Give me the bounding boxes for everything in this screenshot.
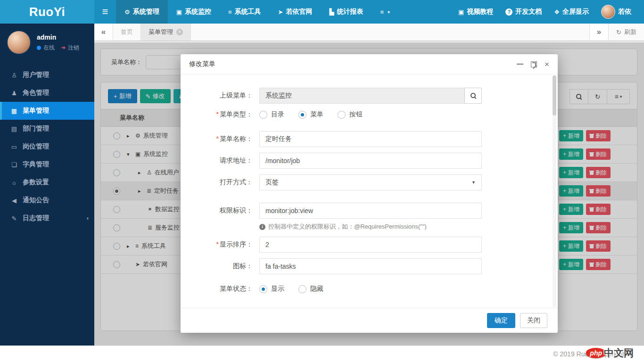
close-icon[interactable]: × — [176, 29, 183, 35]
nav-item-report[interactable]: ▙ 统计报表 — [321, 0, 372, 24]
nav-label: 系统工具 — [235, 8, 261, 16]
gear-icon: ☼ — [10, 179, 18, 186]
radio-label: 按钮 — [349, 110, 363, 119]
nav-item-official-site[interactable]: ➤ 若依官网 — [270, 0, 321, 24]
bookmark-icon: ❏ — [10, 161, 18, 168]
nav-more-dropdown[interactable]: ≡ ▾ — [372, 0, 398, 24]
form-row-url: 请求地址： — [207, 153, 534, 169]
tab-home[interactable]: 首页 — [113, 24, 141, 41]
sidebar-item-label: 角色管理 — [23, 89, 49, 97]
request-url-input[interactable] — [259, 153, 482, 169]
sidebar-item-label: 参数设置 — [23, 178, 49, 187]
avatar — [601, 5, 615, 19]
modal-scrollbar[interactable] — [553, 75, 556, 307]
field-label: 菜单名称： — [220, 135, 253, 142]
top-navbar: RuoYi ≡ ⚙ 系统管理 ▣ 系统监控 ≡ 系统工具 ➤ 若依官网 ▙ 统计… — [0, 0, 644, 24]
field-label: 打开方式： — [207, 178, 259, 187]
sidebar: admin 在线 ➜ 注销 ♙ 用户管理 ♟ 角色管理 ▦ 菜单管理 ▤ 部门管… — [0, 24, 94, 346]
help-label: 控制器中定义的权限标识，如：@RequiresPermissions("") — [268, 222, 427, 231]
watermark-cn-text: 中文网 — [604, 346, 634, 360]
minimize-icon[interactable] — [517, 64, 523, 65]
order-input[interactable] — [259, 237, 482, 253]
nav-item-system-manage[interactable]: ⚙ 系统管理 — [116, 0, 168, 24]
tabs-scroll-right-button[interactable]: » — [589, 24, 608, 41]
list-icon: ≡ — [380, 8, 384, 16]
form-row-parent: 上级菜单： — [207, 88, 534, 104]
tabs-scroll-left-button[interactable]: « — [94, 24, 113, 41]
confirm-button[interactable]: 确定 — [487, 313, 515, 328]
radio-visible-show-checked[interactable] — [259, 285, 267, 293]
bullhorn-icon: ◀ — [10, 197, 18, 204]
sidebar-toggle-icon[interactable]: ≡ — [94, 0, 116, 24]
sidebar-item-roles[interactable]: ♟ 角色管理 — [0, 84, 94, 102]
sidebar-item-label: 部门管理 — [23, 124, 49, 133]
nav-item-video-tutorial[interactable]: ▣ 视频教程 — [452, 0, 499, 24]
dept-icon: ▤ — [10, 125, 18, 132]
form-row-icon: 图标： — [207, 258, 534, 274]
avatar[interactable] — [7, 30, 31, 55]
radio-type-directory[interactable] — [259, 111, 267, 119]
field-label: 菜单类型： — [220, 110, 253, 118]
online-status: 在线 — [43, 44, 55, 52]
radio-type-button[interactable] — [338, 111, 346, 119]
fullscreen-icon: ❖ — [554, 8, 560, 16]
perms-help-text: i 控制器中定义的权限标识，如：@RequiresPermissions("") — [259, 222, 482, 231]
scrollbar-thumb[interactable] — [553, 75, 556, 115]
radio-type-menu-checked[interactable] — [298, 111, 306, 119]
maximize-icon[interactable] — [531, 61, 537, 67]
nav-item-system-tools[interactable]: ≡ 系统工具 — [220, 0, 270, 24]
refresh-label: 刷新 — [624, 28, 636, 36]
parent-menu-picker-button[interactable] — [464, 88, 482, 104]
page-footer: © 2019 RuoYi Copyright — [0, 346, 644, 362]
refresh-tab-button[interactable]: ↻ 刷新 — [608, 24, 644, 41]
form-row-name: *菜单名称： — [207, 131, 534, 147]
sidebar-item-departments[interactable]: ▤ 部门管理 — [0, 120, 94, 138]
menu-name-input[interactable] — [259, 131, 482, 147]
user-menu[interactable]: 若依 — [595, 0, 637, 24]
tab-menu-manage[interactable]: 菜单管理 × — [141, 24, 191, 41]
close-button[interactable]: 关闭 — [520, 313, 547, 328]
chevron-left-icon[interactable]: ‹ — [87, 215, 89, 222]
chevron-down-icon: ▾ — [388, 9, 390, 15]
sidebar-user-panel: admin 在线 ➜ 注销 — [0, 24, 94, 59]
gear-icon: ⚙ — [124, 8, 130, 16]
parent-menu-input[interactable] — [259, 88, 464, 104]
sidebar-item-menus[interactable]: ▦ 菜单管理 — [0, 102, 94, 120]
perms-input[interactable] — [259, 203, 482, 219]
nav-item-fullscreen[interactable]: ❖ 全屏显示 — [548, 0, 595, 24]
modal-body: 上级菜单： *菜单类型： 目录 菜单 按钮 *菜单名称： — [181, 74, 558, 308]
nav-label: 开发文档 — [515, 8, 542, 16]
icon-input[interactable] — [259, 258, 482, 274]
modal-title: 修改菜单 — [189, 60, 215, 68]
nav-item-dev-docs[interactable]: ? 开发文档 — [499, 0, 548, 24]
role-icon: ♟ — [10, 90, 18, 97]
info-icon: i — [259, 224, 265, 230]
sidebar-item-params[interactable]: ☼ 参数设置 — [0, 173, 94, 191]
id-card-icon: ▭ — [10, 143, 18, 150]
nav-item-system-monitor[interactable]: ▣ 系统监控 — [168, 0, 220, 24]
sidebar-item-dicts[interactable]: ❏ 字典管理 — [0, 156, 94, 173]
nav-label: 全屏显示 — [562, 8, 589, 16]
radio-visible-hide[interactable] — [298, 285, 306, 293]
sidebar-item-users[interactable]: ♙ 用户管理 — [0, 66, 94, 84]
question-icon: ? — [505, 8, 512, 16]
sidebar-item-label: 日志管理 — [23, 214, 49, 222]
form-row-type: *菜单类型： 目录 菜单 按钮 — [207, 109, 534, 120]
sidebar-item-logs[interactable]: ✎ 日志管理 ‹ — [0, 209, 94, 227]
tab-bar: « 首页 菜单管理 × » ↻ 刷新 — [94, 24, 644, 41]
modal-header[interactable]: 修改菜单 × — [181, 54, 558, 74]
search-icon — [470, 92, 477, 99]
required-asterisk: * — [216, 135, 219, 142]
sidebar-item-notices[interactable]: ◀ 通知公告 — [0, 191, 94, 209]
app-logo[interactable]: RuoYi — [0, 0, 94, 24]
sidebar-item-posts[interactable]: ▭ 岗位管理 — [0, 138, 94, 156]
field-label: 权限标识： — [207, 206, 259, 215]
open-mode-select[interactable]: 页签 ▼ — [259, 174, 482, 190]
required-asterisk: * — [216, 110, 219, 118]
close-icon[interactable]: × — [545, 60, 549, 68]
sidebar-item-label: 用户管理 — [23, 71, 49, 79]
nav-label: 系统管理 — [133, 8, 159, 16]
refresh-icon: ↻ — [616, 29, 621, 36]
logout-link[interactable]: 注销 — [68, 44, 79, 52]
field-label: 图标： — [207, 262, 259, 271]
